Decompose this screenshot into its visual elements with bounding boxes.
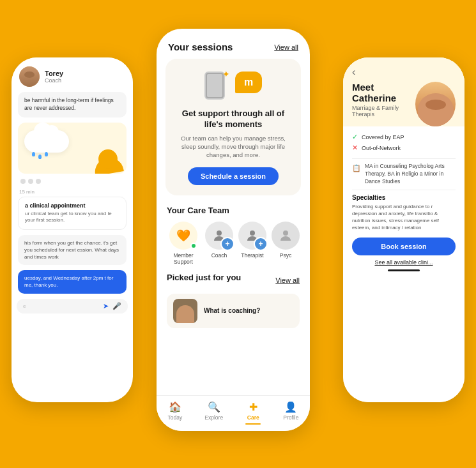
rain-drop-icon <box>38 155 42 159</box>
support-desc: Our team can help you manage stress, sle… <box>174 134 292 160</box>
online-indicator <box>190 243 197 249</box>
time-label: 15 min <box>12 189 133 197</box>
phone-right: ‹ Meet Catherine Marriage & Family Thera… <box>343 57 464 402</box>
rain-drop-icon <box>32 152 35 156</box>
coverage-network-label: Out-of-Network <box>362 145 401 151</box>
phone-center: Your sessions View all m ✦ Get support t… <box>157 29 310 431</box>
nav-care[interactable]: ✚ Care <box>245 401 261 425</box>
heart-icon: 🧡 <box>176 229 190 243</box>
coverage-eap-label: Covered by EAP <box>362 134 404 140</box>
care-team-title: Your Care Team <box>167 206 300 215</box>
therapist-details: ✓ Covered by EAP ✕ Out-of-Network 📋 MA i… <box>343 126 464 402</box>
send-icon[interactable]: ➤ <box>103 302 109 310</box>
picked-header: Picked just for you View all <box>167 273 300 289</box>
profile-icon: 👤 <box>284 401 297 413</box>
care-member-psych[interactable]: Psyc <box>272 222 300 265</box>
specialties-label: Specialties <box>352 194 456 201</box>
chat-input-row[interactable]: e ➤ 🎤 <box>17 299 128 313</box>
education-text: MA in Counseling Psycholog Arts Therapy,… <box>365 163 456 186</box>
dot-icon <box>20 179 26 184</box>
picked-card[interactable]: What is coaching? <box>167 294 300 328</box>
schedule-session-button[interactable]: Schedule a session <box>188 167 279 185</box>
cloud-icon <box>24 130 69 153</box>
home-icon: 🏠 <box>169 401 181 413</box>
psych-avatar <box>272 222 300 250</box>
person-icon <box>278 228 293 243</box>
chat-input[interactable]: e <box>23 303 99 309</box>
phone-right-inner: ‹ Meet Catherine Marriage & Family Thera… <box>343 57 464 402</box>
coach-avatar: + <box>205 222 233 250</box>
user-name: Torey <box>45 70 125 77</box>
support-heading: Get support through all of life's moment… <box>174 109 292 130</box>
phone-left: Torey Coach be harmful in the long-term … <box>12 57 133 402</box>
care-member-therapist[interactable]: + Therapist <box>238 222 266 265</box>
nav-profile[interactable]: 👤 Profile <box>283 401 298 425</box>
care-member-label: Member Support <box>167 252 200 265</box>
sparkle-icon: ✦ <box>222 69 230 79</box>
therapist-name: Meet Catherine <box>352 82 415 103</box>
coverage-info: ✓ Covered by EAP ✕ Out-of-Network <box>352 133 456 152</box>
support-illustration: m ✦ <box>204 69 262 102</box>
illustration <box>18 123 127 174</box>
avatar <box>19 66 40 87</box>
sessions-title: Your sessions <box>168 42 233 52</box>
nav-explore-label: Explore <box>204 414 223 421</box>
appointment-card: a clinical appointment ur clinical team … <box>18 197 127 230</box>
app-container: Torey Coach be harmful in the long-term … <box>0 0 476 468</box>
coverage-network: ✕ Out-of-Network <box>352 144 456 152</box>
rain-drop-icon <box>45 152 48 156</box>
care-icon: ✚ <box>249 401 257 413</box>
nav-care-label: Care <box>247 414 259 421</box>
therapist-header: ‹ Meet Catherine Marriage & Family Thera… <box>343 57 464 126</box>
appt-title: a clinical appointment <box>25 202 119 209</box>
add-icon: + <box>220 237 234 251</box>
nav-today[interactable]: 🏠 Today <box>168 401 183 425</box>
active-indicator <box>245 423 261 425</box>
divider <box>352 190 456 190</box>
sessions-header: Your sessions View all <box>157 29 310 59</box>
mic-icon[interactable]: 🎤 <box>112 302 121 310</box>
education-info: 📋 MA in Counseling Psycholog Arts Therap… <box>352 163 456 186</box>
dot-icon <box>36 179 41 184</box>
chat-bubble-icon: m <box>235 72 262 93</box>
view-all-picked-link[interactable]: View all <box>275 276 300 284</box>
therapist-avatar <box>415 82 456 126</box>
care-member-label: Therapist <box>241 252 263 259</box>
dot-icon <box>28 179 33 184</box>
user-message: uesday, and Wednesday after 2pm t for me… <box>18 270 127 293</box>
chat-header: Torey Coach <box>12 57 133 92</box>
user-role: Coach <box>45 77 125 84</box>
chat-message: his form when you get the chance. t's ge… <box>18 235 127 266</box>
care-member-label: Psyc <box>280 252 291 259</box>
divider <box>352 158 456 159</box>
picked-item-title: What is coaching? <box>204 307 260 314</box>
care-team-row: 🧡 Member Support <box>167 222 300 265</box>
home-indicator <box>388 269 420 271</box>
phone-left-inner: Torey Coach be harmful in the long-term … <box>12 57 133 402</box>
back-button[interactable]: ‹ <box>352 66 456 78</box>
nav-today-label: Today <box>168 414 183 421</box>
bottom-nav: 🏠 Today 🔍 Explore ✚ Care 👤 Profile <box>157 395 310 432</box>
see-all-clinics-link[interactable]: See all available clini... <box>352 259 456 266</box>
add-icon: + <box>254 237 268 251</box>
check-icon: ✓ <box>352 133 358 141</box>
phone-center-inner: Your sessions View all m ✦ Get support t… <box>157 29 310 431</box>
svg-point-1 <box>250 230 255 236</box>
view-all-sessions-link[interactable]: View all <box>274 43 298 51</box>
specialties-text: Providing support and guidance to r depr… <box>352 203 456 232</box>
picked-title: Picked just for you <box>167 273 241 282</box>
user-info: Torey Coach <box>45 70 125 84</box>
therapist-role: Marriage & Family Therapis <box>352 105 415 117</box>
care-member-coach[interactable]: + Coach <box>205 222 233 265</box>
book-session-button[interactable]: Book session <box>352 238 456 255</box>
member-support-avatar: 🧡 <box>169 222 197 250</box>
care-team-section: Your Care Team 🧡 Member Support <box>157 203 310 270</box>
svg-point-0 <box>217 230 222 236</box>
message-bubble: be harmful in the long-term if feelings … <box>18 92 127 117</box>
therapist-avatar: + <box>238 222 266 250</box>
nav-explore[interactable]: 🔍 Explore <box>204 401 223 425</box>
picked-section: Picked just for you View all What is coa… <box>157 270 310 333</box>
typing-indicator <box>12 179 133 189</box>
picked-thumbnail <box>173 299 197 323</box>
care-member-support[interactable]: 🧡 Member Support <box>167 222 200 265</box>
